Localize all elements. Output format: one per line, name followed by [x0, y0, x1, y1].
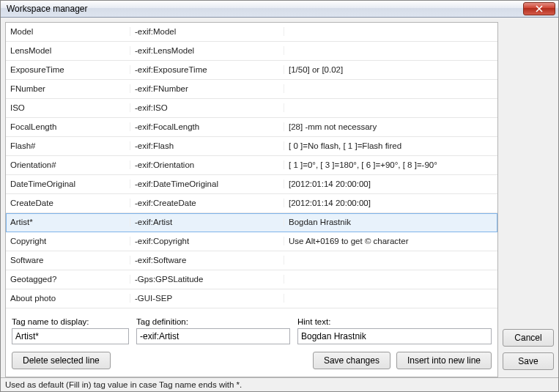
cell-def: -exif:ExposureTime — [130, 65, 284, 74]
tag-table-wrap: Model-exif:ModelLensModel-exif:LensModel… — [6, 23, 497, 308]
cell-def: -exif:CreateDate — [130, 199, 284, 207]
input-tag-def[interactable] — [136, 328, 290, 344]
cell-name: LensModel — [6, 46, 130, 55]
save-changes-button[interactable]: Save changes — [313, 352, 390, 369]
table-row[interactable]: Orientation#-exif:Orientation[ 1 ]=0°, [… — [6, 156, 497, 175]
cell-def: -exif:DateTimeOriginal — [130, 180, 284, 188]
cell-name: FNumber — [6, 84, 130, 93]
cell-name: ExposureTime — [6, 65, 130, 74]
cell-name: Software — [6, 256, 130, 265]
cell-name: FocalLength — [6, 122, 130, 131]
table-row[interactable]: CreateDate-exif:CreateDate[2012:01:14 20… — [6, 194, 497, 213]
table-row[interactable]: LensModel-exif:LensModel — [6, 42, 497, 61]
table-row[interactable]: Artist*-exif:ArtistBogdan Hrastnik — [6, 213, 497, 232]
table-row[interactable]: Software-exif:Software — [6, 251, 497, 270]
label-tag-name: Tag name to display: — [12, 317, 129, 326]
cell-hint: Bogdan Hrastnik — [284, 218, 497, 226]
label-tag-def: Tag definition: — [136, 317, 290, 326]
cell-def: -exif:ISO — [130, 103, 284, 112]
spacer — [116, 352, 307, 369]
form-group-name: Tag name to display: — [12, 317, 129, 344]
insert-new-line-button[interactable]: Insert into new line — [396, 352, 492, 369]
table-row[interactable]: FocalLength-exif:FocalLength[28] -mm not… — [6, 118, 497, 137]
cell-def: -exif:FocalLength — [130, 122, 284, 131]
cell-name: Flash# — [6, 141, 130, 150]
table-row[interactable]: DateTimeOriginal-exif:DateTimeOriginal[2… — [6, 175, 497, 194]
cell-name: Orientation# — [6, 160, 130, 169]
cell-name: Copyright — [6, 237, 130, 245]
cell-hint: [2012:01:14 20:00:00] — [284, 199, 497, 207]
window-close-button[interactable] — [523, 2, 555, 15]
status-bar: Used as default (Fill in) tag value in c… — [1, 377, 558, 391]
cell-name: ISO — [6, 103, 130, 112]
tag-table[interactable]: Model-exif:ModelLensModel-exif:LensModel… — [6, 23, 497, 308]
cell-hint: [2012:01:14 20:00:00] — [284, 180, 497, 188]
cell-def: -exif:Software — [130, 256, 284, 265]
input-tag-name[interactable] — [12, 328, 129, 344]
close-icon — [536, 5, 543, 12]
cell-name: Model — [6, 27, 130, 36]
label-hint: Hint text: — [297, 317, 492, 326]
table-row[interactable]: About photo-GUI-SEP — [6, 289, 497, 308]
table-row[interactable]: ISO-exif:ISO — [6, 99, 497, 118]
table-row[interactable]: Geotagged?-Gps:GPSLatitude — [6, 270, 497, 289]
cell-def: -exif:Artist — [130, 218, 284, 226]
cell-name: Artist* — [6, 218, 130, 226]
cell-def: -Gps:GPSLatitude — [130, 275, 284, 284]
table-row[interactable]: Model-exif:Model — [6, 23, 497, 42]
form-group-hint: Hint text: — [297, 317, 492, 344]
cell-name: About photo — [6, 294, 130, 303]
table-row[interactable]: ExposureTime-exif:ExposureTime[1/50] or … — [6, 61, 497, 80]
cell-name: Geotagged? — [6, 275, 130, 284]
cell-def: -exif:LensModel — [130, 46, 284, 55]
button-row: Delete selected line Save changes Insert… — [12, 352, 492, 369]
delete-line-button[interactable]: Delete selected line — [12, 352, 111, 369]
cell-def: -exif:Model — [130, 27, 284, 36]
table-row[interactable]: FNumber-exif:FNumber — [6, 80, 497, 99]
table-row[interactable]: Copyright-exif:CopyrightUse Alt+0169 to … — [6, 232, 497, 251]
input-hint[interactable] — [297, 328, 492, 344]
form-group-def: Tag definition: — [136, 317, 290, 344]
cell-def: -exif:Flash — [130, 141, 284, 150]
form-section: Tag name to display: Tag definition: Hin… — [6, 308, 497, 377]
left-panel: Model-exif:ModelLensModel-exif:LensModel… — [5, 22, 498, 377]
cell-def: -exif:Orientation — [130, 160, 284, 169]
cell-def: -exif:FNumber — [130, 84, 284, 93]
titlebar: Workspace manager — [1, 1, 558, 18]
cell-def: -exif:Copyright — [130, 237, 284, 245]
right-panel: Cancel Save — [503, 22, 554, 377]
cell-hint: Use Alt+0169 to get © character — [284, 237, 497, 245]
window-title: Workspace manager — [7, 4, 523, 14]
cell-name: CreateDate — [6, 199, 130, 207]
save-button[interactable]: Save — [503, 352, 554, 370]
cancel-button[interactable]: Cancel — [503, 329, 554, 347]
table-row[interactable]: Flash#-exif:Flash[ 0 ]=No flash, [ 1 ]=F… — [6, 137, 497, 156]
content-area: Model-exif:ModelLensModel-exif:LensModel… — [1, 18, 558, 377]
cell-hint: [ 0 ]=No flash, [ 1 ]=Flash fired — [284, 141, 497, 150]
form-row: Tag name to display: Tag definition: Hin… — [12, 317, 492, 344]
cell-def: -GUI-SEP — [130, 294, 284, 303]
cell-hint: [ 1 ]=0°, [ 3 ]=180°, [ 6 ]=+90°, [ 8 ]=… — [284, 160, 497, 169]
cell-hint: [1/50] or [0.02] — [284, 65, 497, 74]
cell-name: DateTimeOriginal — [6, 180, 130, 188]
cell-hint: [28] -mm not necessary — [284, 122, 497, 131]
